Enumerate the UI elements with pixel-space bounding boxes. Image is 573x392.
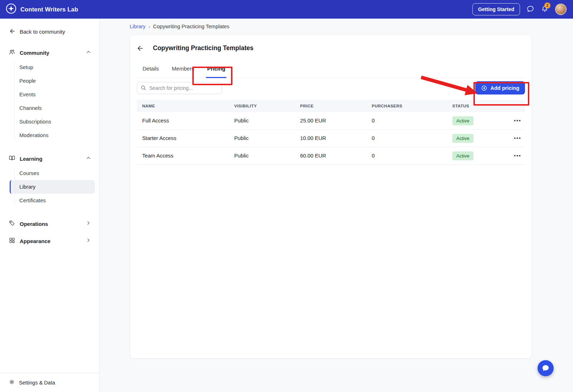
sidebar-item-moderations[interactable]: Moderations [10,129,95,142]
pricing-table: NAME VISIBILITY PRICE PURCHASERS STATUS … [137,100,525,165]
page-title: Copywriting Practicing Templates [153,44,254,52]
chevron-up-icon [86,49,91,56]
main-content: Library › Copywriting Practicing Templat… [100,19,573,392]
sidebar-section-label: Learning [20,156,81,162]
chat-bubble-icon [541,364,550,372]
messages-button[interactable] [526,5,534,14]
table-header-row: NAME VISIBILITY PRICE PURCHASERS STATUS [137,100,525,112]
chevron-up-icon [86,155,91,162]
sidebar-item-channels[interactable]: Channels [10,101,95,115]
cell-name: Team Access [137,153,229,159]
chat-widget-button[interactable] [538,360,554,376]
cell-purchasers: 0 [366,153,447,159]
community-subnav: Setup People Events Channels Subscriptio… [10,61,95,142]
learning-icon [9,155,15,163]
row-options-button[interactable]: ••• [513,116,522,125]
notifications-button[interactable]: 2 [541,5,549,14]
breadcrumb: Library › Copywriting Practicing Templat… [130,23,573,29]
brand[interactable]: Content Writers Lab [6,3,78,15]
sidebar-item-setup[interactable]: Setup [10,61,95,74]
back-to-community-label: Back to community [20,29,65,35]
operations-icon [9,220,15,228]
cell-visibility: Public [229,118,295,124]
sidebar-item-courses[interactable]: Courses [10,166,95,180]
back-to-community-link[interactable]: Back to community [0,19,99,37]
tab-pricing[interactable]: Pricing [206,66,226,78]
status-badge: Active [452,134,473,143]
sidebar-section-label: Appearance [20,238,81,244]
tab-members[interactable]: Members [171,66,196,78]
cell-name: Starter Access [137,135,229,141]
cell-visibility: Public [229,135,295,141]
pricing-card: Copywriting Practicing Templates Details… [130,34,532,359]
settings-and-data-label: Settings & Data [19,380,55,386]
cell-price: 60.00 EUR [295,153,366,159]
row-options-button[interactable]: ••• [513,151,522,160]
plus-circle-icon [481,85,487,91]
chat-bubble-icon [526,5,534,14]
breadcrumb-current: Copywriting Practicing Templates [153,24,229,29]
col-header-status: STATUS [447,104,513,108]
community-icon [9,49,15,57]
app-title: Content Writers Lab [20,6,78,13]
cell-purchasers: 0 [366,135,447,141]
sidebar-item-library[interactable]: Library [10,180,95,194]
search-icon [140,85,146,92]
col-header-visibility: VISIBILITY [229,104,295,108]
sidebar-section-operations[interactable]: Operations [0,217,99,231]
sidebar-item-events[interactable]: Events [10,88,95,101]
admin-sidebar: Back to community Community Setup People… [0,19,100,392]
breadcrumb-library-link[interactable]: Library [130,24,145,29]
cell-price: 25.00 EUR [295,118,366,124]
tab-details[interactable]: Details [141,66,160,78]
col-header-purchasers: PURCHASERS [366,104,447,108]
notification-count-badge: 2 [544,3,550,9]
sidebar-nav: Community Setup People Events Channels S… [0,45,99,373]
appearance-icon [9,237,15,245]
sidebar-item-people[interactable]: People [10,74,95,88]
col-header-price: PRICE [295,104,366,108]
row-options-button[interactable]: ••• [513,134,522,142]
tab-bar: Details Members Pricing [137,66,525,78]
getting-started-button[interactable]: Getting Started [472,3,520,15]
settings-and-data-link[interactable]: Settings & Data [0,373,99,392]
add-pricing-button[interactable]: Add pricing [475,81,525,95]
sidebar-item-subscriptions[interactable]: Subscriptions [10,115,95,129]
search-pricing-input[interactable] [137,82,222,94]
table-row: Starter Access Public 10.00 EUR 0 Active… [137,130,525,147]
sidebar-section-label: Operations [20,221,81,227]
learning-subnav: Courses Library Certificates [10,166,95,207]
user-avatar[interactable] [555,4,567,15]
status-badge: Active [452,151,473,160]
sidebar-section-learning[interactable]: Learning [0,151,99,166]
cell-price: 10.00 EUR [295,135,366,141]
sidebar-section-appearance[interactable]: Appearance [0,234,99,248]
chevron-right-icon [86,220,91,227]
col-header-name: NAME [137,104,229,108]
sidebar-section-label: Community [20,50,81,56]
back-arrow-button[interactable] [137,45,144,52]
top-bar: Content Writers Lab Getting Started 2 [0,0,573,19]
add-pricing-label: Add pricing [490,85,519,91]
chevron-right-icon [86,237,91,245]
table-row: Full Access Public 25.00 EUR 0 Active ••… [137,112,525,130]
sidebar-item-certificates[interactable]: Certificates [10,194,95,207]
table-row: Team Access Public 60.00 EUR 0 Active ••… [137,147,525,165]
cell-name: Full Access [137,118,229,124]
cell-purchasers: 0 [366,118,447,124]
gear-icon [9,379,15,386]
cell-visibility: Public [229,153,295,159]
breadcrumb-separator: › [148,23,150,29]
status-badge: Active [452,116,473,125]
community-logo-icon [6,3,16,15]
sidebar-section-community[interactable]: Community [0,45,99,60]
back-arrow-icon [9,28,16,35]
